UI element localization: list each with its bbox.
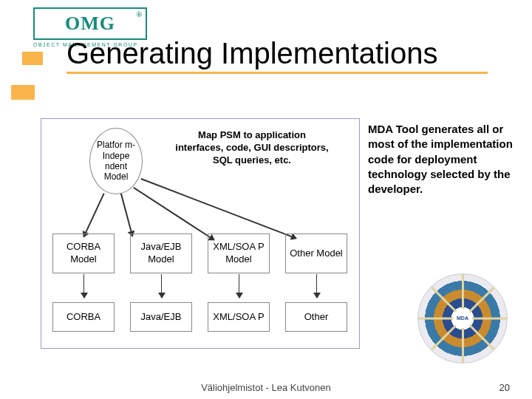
- mda-logo: MDA: [417, 273, 506, 362]
- arrow-pim-xml: [134, 187, 215, 240]
- deco-block-2: [11, 85, 35, 100]
- page-number: 20: [499, 382, 510, 393]
- xml-soap-model-box: XML/SOA P Model: [208, 233, 270, 273]
- map-description: Map PSM to application interfaces, code,…: [174, 129, 330, 167]
- deco-block-1: [22, 52, 43, 65]
- arrow-pim-corba: [83, 193, 105, 237]
- other-model-box: Other Model: [285, 233, 347, 273]
- logo-reg: ®: [137, 10, 143, 18]
- xml-soap-impl-box: XML/SOA P: [208, 302, 270, 332]
- footer-text: Väliohjelmistot - Lea Kutvonen: [0, 382, 532, 393]
- arrow-java-impl: [161, 274, 162, 298]
- java-ejb-model-box: Java/EJB Model: [130, 233, 192, 273]
- logo-text: OMG: [65, 13, 115, 35]
- pim-model-box: Platfor m-Indepe ndent Model: [89, 128, 143, 194]
- diagram-frame: Platfor m-Indepe ndent Model Map PSM to …: [41, 118, 360, 349]
- mda-core-label: MDA: [453, 309, 472, 328]
- corba-impl-box: CORBA: [52, 302, 115, 332]
- java-ejb-impl-box: Java/EJB: [130, 302, 192, 332]
- page-title: Generating Implementations: [66, 37, 488, 74]
- arrow-xml-impl: [239, 274, 239, 298]
- arrow-corba-impl: [83, 274, 84, 298]
- arrow-other-impl: [316, 274, 317, 298]
- corba-model-box: CORBA Model: [52, 233, 115, 273]
- other-impl-box: Other: [285, 302, 347, 332]
- side-description: MDA Tool generates all or most of the im…: [368, 122, 531, 197]
- arrow-pim-java: [120, 194, 133, 236]
